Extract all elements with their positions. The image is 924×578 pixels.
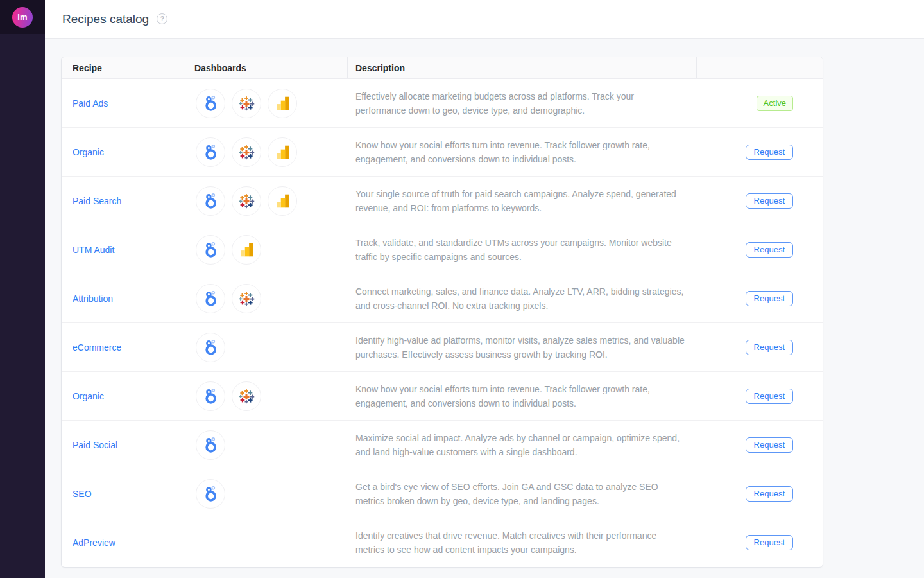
looker-icon	[196, 333, 225, 362]
recipes-table: Recipe Dashboards Description Paid Ads E…	[61, 57, 823, 568]
recipe-description: Get a bird's eye view of SEO efforts. Jo…	[355, 480, 685, 508]
page-header: Recipes catalog ?	[45, 0, 924, 39]
table-row: Organic Know how your social efforts tur…	[62, 128, 823, 177]
looker-icon	[196, 235, 225, 265]
help-icon[interactable]: ?	[157, 13, 167, 24]
main-content: Recipe Dashboards Description Paid Ads E…	[45, 39, 924, 578]
recipe-cell: Organic	[62, 372, 185, 420]
recipe-description: Connect marketing, sales, and finance da…	[355, 285, 685, 313]
recipe-cell: SEO	[62, 469, 185, 518]
description-cell: Your single source of truth for paid sea…	[348, 177, 697, 225]
dashboards-cell	[185, 225, 348, 274]
request-button[interactable]: Request	[746, 340, 793, 355]
recipe-cell: eCommerce	[62, 323, 185, 371]
action-cell: Request	[697, 372, 823, 420]
powerbi-icon	[268, 137, 297, 167]
request-button[interactable]: Request	[746, 486, 793, 502]
request-button[interactable]: Request	[746, 389, 793, 404]
table-row: Paid Social Maximize social ad impact. A…	[62, 421, 823, 469]
table-row: SEO Get a bird's eye view of SEO efforts…	[62, 469, 823, 518]
table-row: AdPreview Identify creatives that drive …	[62, 518, 823, 567]
table-row: Paid Ads Effectively allocate marketing …	[62, 79, 823, 128]
column-header-dashboards: Dashboards	[185, 57, 348, 78]
app-logo-text: im	[17, 12, 28, 22]
page-title: Recipes catalog	[62, 12, 149, 26]
looker-icon	[196, 137, 225, 167]
recipe-cell: UTM Audit	[62, 225, 185, 274]
tableau-icon	[232, 186, 261, 216]
description-cell: Effectively allocate marketing budgets a…	[348, 79, 697, 127]
request-button[interactable]: Request	[746, 535, 793, 550]
table-row: Paid Search Your single source of truth …	[62, 177, 823, 225]
description-cell: Maximize social ad impact. Analyze ads b…	[348, 421, 697, 469]
sidebar-top: im	[0, 0, 45, 34]
description-cell: Get a bird's eye view of SEO efforts. Jo…	[348, 469, 697, 518]
description-cell: Connect marketing, sales, and finance da…	[348, 274, 697, 322]
tableau-icon	[232, 284, 261, 313]
action-cell: Active	[697, 79, 823, 127]
request-button[interactable]: Request	[746, 144, 793, 160]
description-cell: Identify high-value ad platforms, monito…	[348, 323, 697, 371]
dashboards-cell	[185, 323, 348, 371]
recipe-link[interactable]: Organic	[73, 391, 104, 401]
table-header-row: Recipe Dashboards Description	[62, 57, 823, 79]
looker-icon	[196, 284, 225, 313]
recipe-link[interactable]: SEO	[73, 489, 92, 499]
action-cell: Request	[697, 469, 823, 518]
table-row: UTM Audit Track, validate, and standardi…	[62, 225, 823, 274]
description-cell: Identify creatives that drive revenue. M…	[348, 518, 697, 567]
recipe-link[interactable]: Attribution	[73, 293, 113, 304]
action-cell: Request	[697, 323, 823, 371]
recipe-link[interactable]: UTM Audit	[73, 245, 114, 255]
description-cell: Track, validate, and standardize UTMs ac…	[348, 225, 697, 274]
column-header-description: Description	[348, 57, 697, 78]
dashboards-cell	[185, 421, 348, 469]
dashboards-cell	[185, 518, 348, 567]
recipe-description: Track, validate, and standardize UTMs ac…	[355, 236, 685, 264]
description-cell: Know how your social efforts turn into r…	[348, 128, 697, 176]
recipe-link[interactable]: Paid Social	[73, 440, 117, 450]
recipe-description: Effectively allocate marketing budgets a…	[355, 89, 685, 118]
recipe-link[interactable]: eCommerce	[73, 342, 121, 353]
looker-icon	[196, 430, 225, 460]
recipe-description: Identify creatives that drive revenue. M…	[355, 529, 685, 557]
tableau-icon	[232, 381, 261, 411]
request-button[interactable]: Request	[746, 242, 793, 258]
action-cell: Request	[697, 225, 823, 274]
powerbi-icon	[232, 235, 261, 265]
column-header-recipe: Recipe	[62, 57, 185, 78]
recipe-description: Maximize social ad impact. Analyze ads b…	[355, 431, 685, 459]
recipe-description: Know how your social efforts turn into r…	[355, 138, 685, 166]
recipe-cell: Attribution	[62, 274, 185, 322]
dashboards-cell	[185, 79, 348, 127]
table-row: eCommerce Identify high-value ad platfor…	[62, 323, 823, 372]
recipe-description: Identify high-value ad platforms, monito…	[355, 333, 685, 362]
action-cell: Request	[697, 518, 823, 567]
recipe-cell: AdPreview	[62, 518, 185, 567]
powerbi-icon	[268, 89, 297, 118]
action-cell: Request	[697, 177, 823, 225]
looker-icon	[196, 381, 225, 411]
request-button[interactable]: Request	[746, 193, 793, 209]
recipe-link[interactable]: Paid Search	[73, 196, 121, 206]
description-cell: Know how your social efforts turn into r…	[348, 372, 697, 420]
table-body: Paid Ads Effectively allocate marketing …	[62, 79, 823, 567]
request-button[interactable]: Request	[746, 437, 793, 453]
recipe-link[interactable]: AdPreview	[73, 538, 116, 548]
recipe-cell: Paid Social	[62, 421, 185, 469]
looker-icon	[196, 89, 225, 118]
recipe-link[interactable]: Organic	[73, 147, 104, 157]
action-cell: Request	[697, 274, 823, 322]
recipe-link[interactable]: Paid Ads	[73, 98, 108, 109]
dashboards-cell	[185, 469, 348, 518]
dashboards-cell	[185, 372, 348, 420]
dashboards-cell	[185, 177, 348, 225]
recipe-description: Your single source of truth for paid sea…	[355, 187, 685, 215]
recipe-cell: Organic	[62, 128, 185, 176]
request-button[interactable]: Request	[746, 291, 793, 306]
looker-icon	[196, 186, 225, 216]
dashboards-cell	[185, 128, 348, 176]
recipe-description: Know how your social efforts turn into r…	[355, 382, 685, 410]
app-logo[interactable]: im	[12, 7, 33, 28]
action-cell: Request	[697, 128, 823, 176]
